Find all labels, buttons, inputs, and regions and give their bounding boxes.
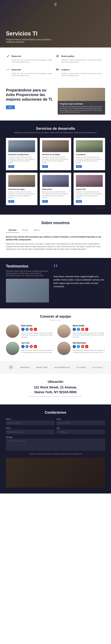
palette-icon [56,54,60,58]
dev-card-img-1 [42,140,69,152]
team-avatar-0 [6,324,19,338]
about-us-content-regular: Sample text. Click to select the text bo… [6,243,105,250]
team-desc-3: Quis enim lobortis scelerisque elit at e… [73,350,105,354]
form-group-phone: Phone [6,427,54,434]
location-address-1: 121 Rock Street, 21 Avenue, [6,386,105,389]
team-avatar-2 [6,342,19,355]
social-tw-icon-1[interactable]: t [77,328,80,331]
team-name-0: Bob martín [21,324,54,327]
team-title: Conocer al equipo [6,314,105,318]
team-desc-1: Quis enim lobortis scelerisque elit at e… [73,332,105,338]
tab-mission[interactable]: Mission [31,228,42,232]
dev-card-btn-4[interactable]: MÁS [42,200,48,203]
hero-title: Servicios TI [6,30,105,37]
service-desarrollo: Desarrollo Sample text. Click to select … [6,66,56,79]
location-title: Ubicación [6,380,105,384]
social-fb-icon-1[interactable]: f [73,328,76,331]
dev-card-title-5: Soporte 24/7 [76,188,103,190]
dev-card-2: Consultante Sample text. Click to select… [74,138,105,170]
dev-card-desc-1: Sample text. Click to select the text bo… [42,156,69,164]
team-name-2: Jon rico. [21,342,54,344]
social-gp-icon-1[interactable]: g+ [81,328,84,331]
logo-4: CLASSIC [77,366,86,368]
hamburger-menu[interactable]: ☰ [54,3,57,6]
social-yt-icon-0[interactable]: ▶ [34,328,37,331]
social-gp-icon-0[interactable]: g+ [30,328,33,331]
dev-services-subtitle: Sample text. Click to select the text bo… [6,132,105,134]
logo-0: RU [8,364,14,370]
about-btn[interactable]: MÁS [6,106,15,109]
dev-card-img-4 [42,175,69,187]
quote-mark-icon: " [53,264,105,274]
dev-card-0: Desarrollo de aplicaciones Sample text. … [6,138,37,170]
dev-card-img-0 [8,140,35,152]
team-card-0: Bob martín f t g+ ▶ Quis enim lobortis s… [6,324,54,338]
team-name-3: Nat Reynolds [73,342,105,344]
dev-card-btn-3[interactable]: MÁS [8,200,14,203]
contact-image [6,458,105,488]
dev-card-3: Extensión del equipo Sample text. Click … [6,172,37,205]
name-label: Name [57,418,105,420]
phone-input[interactable] [6,430,54,434]
address-input[interactable] [6,421,54,425]
truck-icon [56,68,60,72]
social-yt-icon-2[interactable]: ▶ [34,345,37,348]
dev-card-img-2 [76,140,103,152]
team-avatar-1 [57,324,71,338]
about-img-caption: Programa mejor clasificado [60,103,83,105]
about-us-content: Brave es una solución web innovadora que… [6,236,105,250]
team-social-1: f t g+ ▶ [73,328,105,331]
about-right: Programa mejor clasificado In mollis nec… [58,88,105,114]
social-yt-icon-3[interactable]: ▶ [85,345,88,348]
team-desc-2: Quis enim lobortis scelerisque elit at e… [21,350,54,354]
message-textarea[interactable] [6,439,105,450]
dev-card-btn-5[interactable]: MÁS [76,200,82,203]
team-img-credit: Imagen de Freepik [6,320,105,321]
service-redaccion-desc: Sample text. Click to select the text bo… [6,59,53,63]
dev-services-title: Servicios de desarrollo [6,126,105,130]
services-section: Redacción Sample text. Click to select t… [0,48,111,82]
social-yt-icon-1[interactable]: ▶ [85,328,88,331]
tab-founder[interactable]: Founder [19,228,31,232]
social-fb-icon-3[interactable]: f [73,345,76,348]
about-best-section: Preparándose para su éxito Proporcione l… [0,82,111,120]
service-diseno-title: Diseño gráfico [61,55,74,57]
dev-card-desc-3: Sample text. Click to select the text bo… [8,191,35,198]
social-gp-icon-2[interactable]: g+ [30,345,33,348]
logo-2: BUSYTIME [37,366,48,368]
address-label: Adress [6,418,54,420]
logo-1: BRANDIT [20,366,30,368]
dev-card-4: Aplicaciones Sample text. Click to selec… [40,172,71,205]
about-us-tabs: Overview Founder Mission [6,228,105,232]
social-tw-icon-0[interactable]: t [25,328,29,331]
dev-card-title-4: Aplicaciones [42,188,69,190]
dev-card-img-3 [8,175,35,187]
social-fb-icon-2[interactable]: f [21,345,24,348]
testimonials-right: " Amet luctus venenatis lectus magna fri… [53,264,105,288]
social-tw-icon-3[interactable]: t [77,345,80,348]
social-fb-icon-0[interactable]: f [21,328,24,331]
date-input[interactable] [57,430,105,434]
dev-card-btn-0[interactable]: MÁS [8,165,14,168]
team-info-2: Jon rico. f t g+ ▶ Quis enim lobortis sc… [21,342,54,354]
testimonials-section: Testimonios Ofrecemos muchas clases de s… [0,258,111,308]
dev-card-title-1: Servicios de movilidad [42,154,69,156]
name-input[interactable] [57,421,105,425]
about-us-content-bold: Brave es una solución web innovadora que… [6,236,105,241]
social-gp-icon-3[interactable]: g+ [81,345,84,348]
logos-section: RU BRANDIT BUSYTIME AUTOMÓVILES CLASSIC … [0,361,111,374]
about-img-desc: In mollis nec purus Hendrerit gravida al… [60,106,103,113]
hero-subtitle: Proporcionamos subcontratados para peque… [6,38,53,43]
testimonials-title: Testimonios [6,264,49,268]
service-redaccion-title: Redacción [11,55,21,57]
contact-footer-note: Sample text. Click to select the text bo… [6,453,105,455]
dev-card-btn-1[interactable]: MÁS [42,165,48,168]
tab-overview[interactable]: Overview [6,228,19,232]
dev-footer-note: Imagen de Freepik [6,207,105,209]
team-name-1: Maria Smith [73,324,105,327]
service-redaccion: Redacción Sample text. Click to select t… [6,52,56,66]
service-desarrollo-desc: Sample text. Click to select the text bo… [6,72,53,77]
dev-card-btn-2[interactable]: MÁS [76,165,82,168]
about-image: Programa mejor clasificado In mollis nec… [58,88,105,114]
social-tw-icon-2[interactable]: t [25,345,29,348]
